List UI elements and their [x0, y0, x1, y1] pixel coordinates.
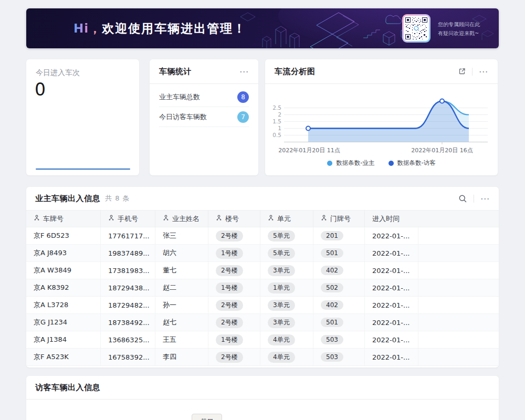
cell-time: 2022-01-...: [365, 331, 418, 348]
owner-vehicle-table-card: 业主车辆出入信息 共 8 条 ⋯: [26, 187, 499, 368]
count-badge: 8: [237, 91, 249, 103]
qr-code[interactable]: [402, 14, 430, 43]
divider: [474, 195, 474, 203]
more-icon[interactable]: ⋯: [239, 67, 249, 76]
y-axis-ticks: 0.511.522.5: [265, 104, 281, 139]
stats-row: 业主车辆总数 8: [159, 87, 249, 107]
y-tick-label: 2.5: [265, 104, 281, 111]
cell-door: 201: [313, 227, 365, 244]
cell-time: 2022-01-...: [365, 297, 418, 313]
cell-name: 赵二: [155, 279, 208, 296]
visitor-vehicle-table-card: 访客车辆出入信息 截屏: [26, 376, 499, 420]
visitor-table-title: 访客车辆出入信息: [35, 383, 100, 393]
x-axis-label: 2022年01月20日 16点: [411, 146, 472, 154]
cell-phone: 17381983...: [101, 262, 155, 279]
cell-time: 2022-01-...: [365, 245, 418, 261]
legend-dot: [388, 161, 394, 166]
data-point-marker: [440, 99, 444, 103]
table-body: 京F 6D523 17761717... 张三 2号楼 5单元 201 2022…: [26, 227, 499, 366]
x-axis-label: 2022年01月20日 11点: [278, 146, 340, 154]
field-type-icon: [216, 215, 222, 223]
cell-empty: [418, 314, 499, 331]
cell-name: 王五: [155, 331, 208, 348]
cell-time: 2022-01-...: [365, 314, 418, 331]
cell-door: 503: [313, 331, 365, 348]
cell-door: 502: [313, 279, 365, 296]
table-row: 京F A523K 16758392... 李四 2号楼 4单元 503 2022…: [26, 349, 499, 366]
stat-value: 0: [35, 79, 46, 100]
cell-name: 胡六: [155, 245, 208, 261]
column-header[interactable]: 车牌号: [26, 211, 101, 227]
y-tick-label: 2: [265, 111, 281, 118]
field-type-icon: [268, 215, 274, 223]
cell-empty: [418, 262, 499, 279]
field-type-icon: [108, 215, 114, 223]
qr-caption: 您的专属顾问在此 有疑问欢迎来戳~: [438, 20, 480, 38]
cell-name: 张三: [155, 227, 208, 244]
cell-time: 2022-01-...: [365, 279, 418, 296]
more-icon[interactable]: ⋯: [480, 194, 490, 203]
column-header[interactable]: 业主姓名: [155, 211, 208, 227]
record-count: 共 8 条: [105, 194, 130, 203]
cell-building: 1号楼: [208, 245, 260, 261]
banner-hi: Hi: [74, 22, 89, 35]
cell-building: 2号楼: [208, 262, 260, 279]
cell-empty: [418, 279, 499, 296]
cell-plate: 京A L3728: [26, 297, 101, 313]
cell-unit: 3单元: [260, 297, 313, 313]
cell-building: 2号楼: [208, 227, 260, 244]
qr-pattern: [405, 17, 427, 39]
search-icon[interactable]: [458, 194, 467, 203]
cell-time: 2022-01-...: [365, 349, 418, 365]
cell-empty: [418, 349, 499, 365]
cell-name: 董七: [155, 262, 208, 279]
cell-unit: 3单元: [260, 314, 313, 331]
data-point-marker: [306, 127, 310, 131]
cell-building: 1号楼: [208, 331, 260, 348]
table-row: 京A K8392 18729438... 赵二 1号楼 1单元 502 2022…: [26, 279, 499, 297]
traffic-chart-card: 车流分析图 ⋯: [265, 59, 498, 175]
y-tick-label: 1: [265, 125, 281, 132]
table-row: 京G J1234 18738492... 赵七 2号楼 3单元 501 2022…: [26, 314, 499, 331]
cell-name: 李四: [155, 349, 208, 365]
divider: [472, 68, 472, 76]
banner-comma: ，: [89, 22, 102, 35]
expand-icon[interactable]: [458, 68, 466, 75]
cell-unit: 5单元: [260, 227, 313, 244]
table-row: 京A W3849 17381983... 董七 2号楼 3单元 402 2022…: [26, 262, 499, 279]
legend-item-owner[interactable]: 数据条数-业主: [327, 159, 374, 167]
cell-plate: 京A J8493: [26, 245, 101, 261]
cell-plate: 京A K8392: [26, 279, 101, 296]
legend-item-visitor[interactable]: 数据条数-访客: [388, 159, 436, 167]
cell-unit: 4单元: [260, 349, 313, 365]
cell-plate: 京F 6D523: [26, 227, 101, 244]
area-visitor: [308, 101, 469, 142]
column-header[interactable]: 单元: [260, 211, 313, 227]
cell-name: 孙一: [155, 297, 208, 313]
field-type-icon: [321, 215, 327, 223]
cell-unit: 4单元: [260, 331, 313, 348]
cell-empty: [418, 297, 499, 313]
legend-dot: [327, 161, 332, 166]
column-header[interactable]: 进入时间: [365, 211, 418, 227]
table-row: 京A L3728 18729482... 孙一 2号楼 3单元 402 2022…: [26, 297, 499, 314]
vehicle-stats-title: 车辆统计: [159, 67, 192, 77]
cell-phone: 18729482...: [101, 297, 155, 313]
column-header[interactable]: 手机号: [101, 211, 155, 227]
more-icon[interactable]: ⋯: [479, 67, 488, 76]
banner-title: Hi，欢迎使用车辆进出管理！: [74, 20, 246, 37]
column-header[interactable]: 楼号: [208, 211, 260, 227]
cell-phone: 17761717...: [101, 227, 155, 244]
count-badge: 7: [237, 111, 249, 123]
screenshot-button[interactable]: 截屏: [192, 414, 222, 420]
today-entries-card: 今日进入车次 0: [26, 59, 139, 175]
cell-empty: [418, 245, 499, 261]
owner-table-title: 业主车辆出入信息: [35, 194, 100, 204]
cell-phone: 16758392...: [101, 349, 155, 365]
cell-phone: 18738492...: [101, 314, 155, 331]
cell-door: 503: [313, 349, 365, 365]
cell-time: 2022-01-...: [365, 227, 418, 244]
column-header[interactable]: 门牌号: [313, 211, 365, 227]
table-row: 京A J8493 19837489... 胡六 1号楼 5单元 501 2022…: [26, 245, 499, 262]
cell-plate: 京G J1234: [26, 314, 101, 331]
